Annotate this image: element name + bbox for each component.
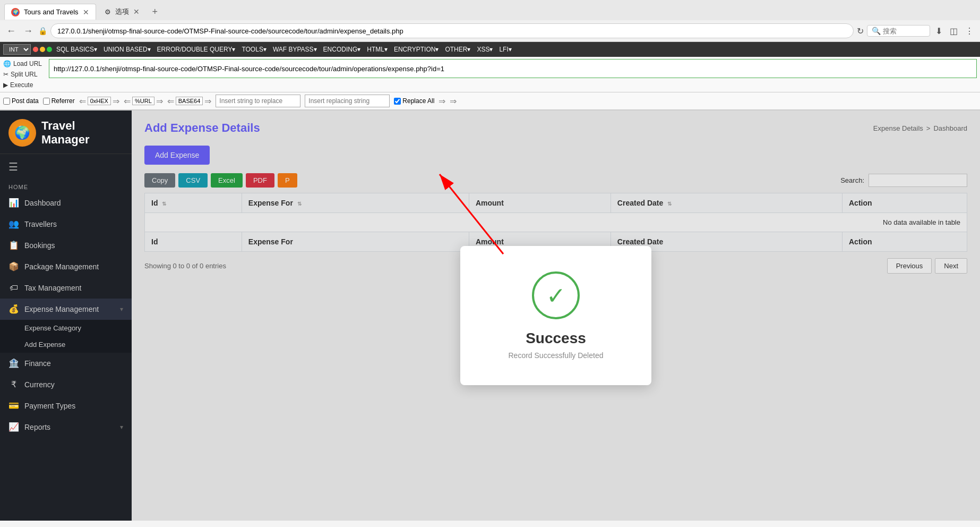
payment-icon: 💳 [8,401,19,411]
split-url-item[interactable]: ✂ Split URL [3,70,46,79]
download-button[interactable]: ⬇ [933,25,944,37]
tab-active[interactable]: 🌍 Tours and Travels ✕ [4,4,96,20]
bookings-icon: 📋 [8,240,19,251]
tools-btn[interactable]: TOOLS▾ [239,45,268,54]
sidebar-tax-label: Tax Management [24,284,123,292]
lfi-btn[interactable]: LFI▾ [497,45,513,54]
post-data-checkbox[interactable]: Post data [3,97,39,105]
tab-favicon: 🌍 [11,8,20,16]
execute-item[interactable]: ▶ Execute [3,80,46,90]
traffic-lights [33,47,52,52]
base64-right-arrow: ⇒ [204,96,211,106]
hex-encode-btn[interactable]: ⇐ 0xHEX ⇒ [79,96,119,106]
new-tab-button[interactable]: + [146,4,165,20]
sidebar-package-label: Package Management [24,262,123,271]
tax-icon: 🏷 [8,283,19,293]
tab-second-close[interactable]: ✕ [133,7,140,16]
url-input-main [49,59,977,78]
sidebar-item-finance[interactable]: 🏦 Finance [0,353,132,374]
sidebar-item-package[interactable]: 📦 Package Management [0,256,132,277]
referrer-label: Referrer [51,97,75,105]
browser-chrome: 🌍 Tours and Travels ✕ ⚙ 选项 ✕ + ← → 🔒 ↻ 🔍… [0,0,980,42]
browser-search-box: 🔍 [867,25,930,37]
replace-from-input[interactable] [216,95,300,107]
light-red [33,47,38,52]
sidebar-sub-expense-category[interactable]: Expense Category [0,320,132,336]
menu-button[interactable]: ⋮ [963,25,976,37]
sidebar-expense-submenu: Expense Category Add Expense [0,320,132,353]
sidebar-item-expense[interactable]: 💰 Expense Management ▾ [0,299,132,320]
package-icon: 📦 [8,261,19,272]
currency-icon: ₹ [8,379,19,390]
travellers-icon: 👥 [8,219,19,230]
waf-bypass-btn[interactable]: WAF BYPASS▾ [271,45,319,54]
base64-encode-btn[interactable]: ⇐ BASE64 ⇒ [167,96,212,106]
load-url-label: Load URL [13,60,42,67]
union-based-btn[interactable]: UNION BASED▾ [101,45,153,54]
replace-to-input[interactable] [305,95,390,107]
replace-all-label: Replace All [402,97,434,105]
encoding-btn[interactable]: ENCODING▾ [321,45,363,54]
hex-label: 0xHEX [88,97,111,105]
execute-label: Execute [10,81,33,89]
replace-all-check[interactable] [394,98,401,105]
url-left-arrow: ⇐ [124,96,131,106]
success-check-icon: ✓ [546,282,566,309]
modal-overlay[interactable]: ✓ Success Record Successfully Deleted [132,110,980,521]
replace-all-checkbox[interactable]: Replace All [394,97,434,105]
expense-arrow-icon: ▾ [120,305,123,313]
referrer-checkbox[interactable]: Referrer [43,97,75,105]
url-text-field[interactable] [49,59,977,78]
url-right-arrow: ⇒ [156,96,163,106]
sql-basics-btn[interactable]: SQL BASICS▾ [54,45,99,54]
sidebar-payment-label: Payment Types [24,402,123,410]
encryption-btn[interactable]: ENCRYPTION▾ [392,45,441,54]
tab-second[interactable]: ⚙ 选项 ✕ [98,4,146,20]
sidebar-bookings-label: Bookings [24,241,123,250]
base64-label: BASE64 [176,97,203,105]
expense-category-label: Expense Category [24,324,81,332]
error-double-btn[interactable]: ERROR/DOUBLE QUERY▾ [155,45,238,54]
hex-left-arrow: ⇐ [79,96,86,106]
other-btn[interactable]: OTHER▾ [443,45,472,54]
url-sidebar: 🌐 Load URL ✂ Split URL ▶ Execute [3,59,46,90]
post-data-check[interactable] [3,98,10,105]
logo-globe-icon: 🌍 [8,119,36,147]
sidebar-item-dashboard[interactable]: 📊 Dashboard [0,192,132,214]
sidebar-section-label: HOME [0,180,132,192]
address-bar-row: ← → 🔒 ↻ 🔍 ⬇ ◫ ⋮ [0,20,980,41]
sidebar-menu-toggle[interactable]: ☰ [0,154,132,180]
sidebar-expense-label: Expense Management [24,305,115,313]
xss-btn[interactable]: XSS▾ [475,45,495,54]
sidebar-toggle-button[interactable]: ◫ [948,25,960,37]
split-url-label: Split URL [11,71,38,78]
html-btn[interactable]: HTML▾ [365,45,390,54]
load-url-item[interactable]: 🌐 Load URL [3,59,46,69]
tab-second-label: 选项 [115,7,129,16]
url-encode-btn[interactable]: ⇐ %URL ⇒ [124,96,163,106]
sidebar-item-currency[interactable]: ₹ Currency [0,374,132,395]
back-button[interactable]: ← [4,24,18,38]
sidebar-item-reports[interactable]: 📈 Reports ▾ [0,416,132,438]
referrer-check[interactable] [43,98,50,105]
light-yellow [40,47,45,52]
replace-arrow: ⇒ [439,96,445,106]
sidebar-travellers-label: Travellers [24,220,123,228]
sidebar-item-travellers[interactable]: 👥 Travellers [0,214,132,235]
browser-search-input[interactable] [883,27,925,35]
logo-text: Travel Manager [41,119,89,147]
forward-button[interactable]: → [21,24,35,38]
light-green [47,47,52,52]
sidebar-sub-add-expense[interactable]: Add Expense [0,336,132,353]
sidebar-item-bookings[interactable]: 📋 Bookings [0,235,132,256]
address-input[interactable] [50,23,854,38]
sidebar: 🌍 Travel Manager ☰ HOME 📊 Dashboard 👥 Tr… [0,110,132,521]
tab-close-button[interactable]: ✕ [83,8,89,16]
sidebar-item-tax[interactable]: 🏷 Tax Management [0,277,132,299]
reload-button[interactable]: ↻ [857,26,864,36]
url-input-area: 🌐 Load URL ✂ Split URL ▶ Execute [0,57,980,92]
success-circle: ✓ [532,271,580,319]
add-expense-sub-label: Add Expense [24,341,65,348]
sidebar-item-payment-types[interactable]: 💳 Payment Types [0,395,132,416]
int-dropdown[interactable]: INT [3,44,31,55]
